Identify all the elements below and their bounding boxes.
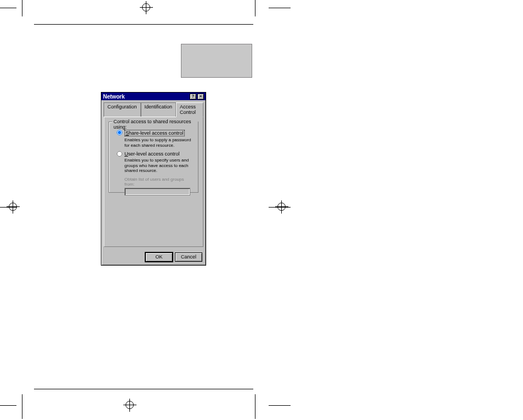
tab-configuration[interactable]: Configuration: [104, 102, 141, 117]
crop-mark: [22, 394, 22, 419]
crop-mark: [255, 0, 255, 16]
crop-mark: [0, 405, 16, 406]
tab-panel-access-control: Control access to shared resources using…: [104, 117, 203, 247]
radio-share-level-input[interactable]: [117, 130, 122, 135]
crop-mark: [269, 8, 291, 8]
crop-mark: [22, 0, 22, 16]
divider-rule: [34, 24, 253, 25]
obtain-list-label: Obtain list of users and groups from:: [124, 177, 194, 187]
share-level-description: Enables you to supply a password for eac…: [124, 137, 194, 148]
registration-mark-icon: [123, 399, 137, 412]
help-button[interactable]: ?: [190, 94, 196, 100]
cancel-button[interactable]: Cancel: [175, 252, 202, 262]
registration-mark-icon: [140, 1, 153, 14]
access-control-groupbox: Control access to shared resources using…: [109, 122, 198, 193]
network-dialog: Network ? × Configuration Identification…: [101, 92, 206, 266]
placeholder-card: [181, 44, 252, 78]
titlebar[interactable]: Network ? ×: [101, 93, 206, 100]
radio-share-level-label: Share-level access control: [124, 130, 185, 136]
registration-mark-icon: [7, 200, 20, 214]
divider-rule: [34, 389, 253, 389]
close-button[interactable]: ×: [197, 94, 204, 100]
radio-share-level[interactable]: Share-level access control: [117, 130, 194, 136]
crop-mark: [269, 405, 291, 406]
ok-button[interactable]: OK: [145, 252, 173, 262]
groupbox-legend: Control access to shared resources using…: [112, 119, 198, 130]
tab-identification[interactable]: Identification: [141, 102, 177, 117]
radio-user-level-input[interactable]: [117, 151, 122, 157]
crop-mark: [255, 394, 255, 419]
dialog-title: Network: [103, 94, 124, 100]
dialog-button-row: OK Cancel: [101, 250, 206, 265]
tab-access-control[interactable]: Access Control: [176, 102, 203, 117]
radio-user-level[interactable]: User-level access control: [117, 151, 194, 157]
tab-row: Configuration Identification Access Cont…: [101, 100, 206, 117]
crop-mark: [0, 8, 16, 8]
user-level-description: Enables you to specify users and groups …: [124, 158, 194, 174]
obtain-list-input: [124, 188, 190, 195]
radio-user-level-label: User-level access control: [124, 151, 180, 157]
registration-mark-icon: [275, 200, 288, 214]
